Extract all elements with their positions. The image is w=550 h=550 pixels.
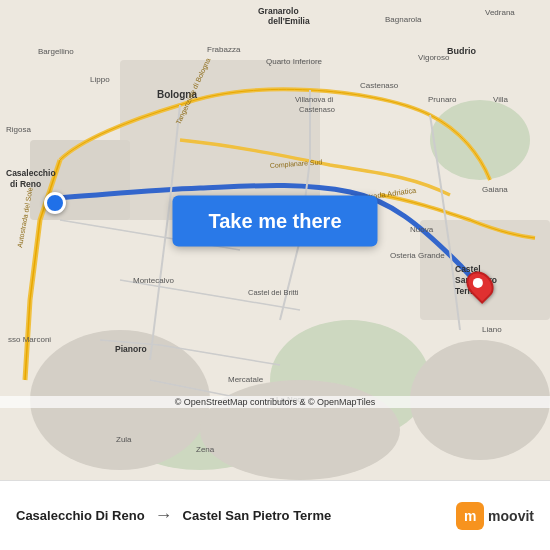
moovit-logo-icon: m xyxy=(456,502,484,530)
svg-text:Zena: Zena xyxy=(196,445,215,454)
svg-text:Lippo: Lippo xyxy=(90,75,110,84)
svg-text:Quarto Inferiore: Quarto Inferiore xyxy=(266,57,323,66)
svg-text:Liano: Liano xyxy=(482,325,502,334)
moovit-logo: m moovit xyxy=(456,502,534,530)
svg-text:Granarolo: Granarolo xyxy=(258,6,299,16)
svg-point-7 xyxy=(430,100,530,180)
origin-marker xyxy=(44,192,66,214)
route-from: Casalecchio Di Reno xyxy=(16,508,145,523)
svg-text:sso Marconi: sso Marconi xyxy=(8,335,51,344)
svg-text:Villa: Villa xyxy=(493,95,509,104)
svg-text:Montecalvo: Montecalvo xyxy=(133,276,174,285)
svg-text:Villanova di: Villanova di xyxy=(295,95,334,104)
svg-text:dell'Emilia: dell'Emilia xyxy=(268,16,310,26)
moovit-logo-text: moovit xyxy=(488,508,534,524)
svg-text:Budrio: Budrio xyxy=(447,46,476,56)
map-attribution: © OpenStreetMap contributors & © OpenMap… xyxy=(0,396,550,408)
svg-text:Bagnarola: Bagnarola xyxy=(385,15,422,24)
route-to: Castel San Pietro Terme xyxy=(183,508,332,523)
svg-text:Vedrana: Vedrana xyxy=(485,8,515,17)
svg-text:Pianoro: Pianoro xyxy=(115,344,147,354)
svg-text:Gaiana: Gaiana xyxy=(482,185,508,194)
svg-text:Zula: Zula xyxy=(116,435,132,444)
svg-text:Rigosa: Rigosa xyxy=(6,125,31,134)
route-info: Casalecchio Di Reno → Castel San Pietro … xyxy=(16,505,456,526)
svg-text:Castel dei Britti: Castel dei Britti xyxy=(248,288,299,297)
svg-text:Casalecchio: Casalecchio xyxy=(6,168,56,178)
svg-text:Osteria Grande: Osteria Grande xyxy=(390,251,445,260)
destination-marker xyxy=(468,270,492,300)
svg-text:Nuova: Nuova xyxy=(410,225,434,234)
route-arrow: → xyxy=(155,505,173,526)
svg-text:Mercatale: Mercatale xyxy=(228,375,264,384)
svg-text:Vigoroso: Vigoroso xyxy=(418,53,450,62)
map-container: Granarolo dell'Emilia Bagnarola Vedrana … xyxy=(0,0,550,480)
svg-text:Frabazza: Frabazza xyxy=(207,45,241,54)
bottom-bar: Casalecchio Di Reno → Castel San Pietro … xyxy=(0,480,550,550)
svg-text:Bargellino: Bargellino xyxy=(38,47,74,56)
svg-text:Castenaso: Castenaso xyxy=(360,81,399,90)
svg-text:Prunaro: Prunaro xyxy=(428,95,457,104)
svg-text:Castenaso: Castenaso xyxy=(299,105,335,114)
take-me-there-button[interactable]: Take me there xyxy=(172,195,377,246)
